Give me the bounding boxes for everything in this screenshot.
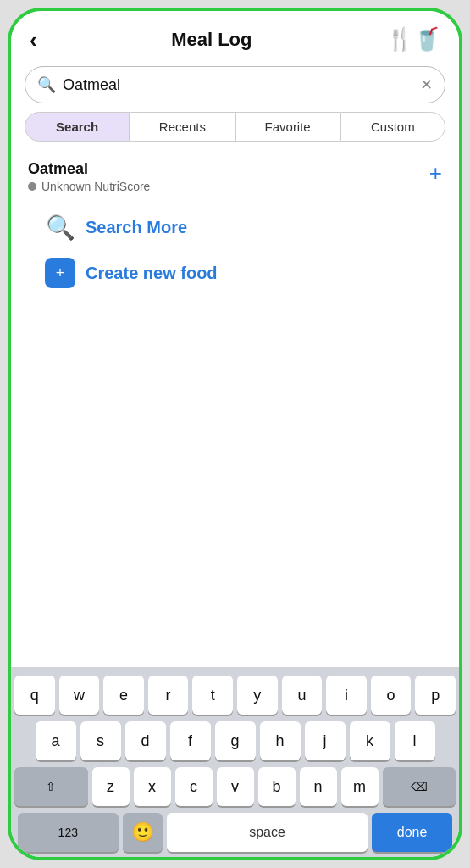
tab-favorite[interactable]: Favorite	[235, 112, 340, 142]
create-food-label: Create new food	[86, 264, 218, 283]
result-info: Oatmeal Unknown NutriScore	[28, 160, 150, 193]
key-n[interactable]: n	[300, 767, 337, 806]
phone-frame: ‹ Meal Log 🍴🥤 🔍 Oatmeal ✕ Search Recents…	[8, 8, 462, 860]
result-name: Oatmeal	[28, 160, 150, 178]
key-p[interactable]: p	[415, 676, 456, 715]
tab-search[interactable]: Search	[25, 112, 130, 142]
key-l[interactable]: l	[395, 721, 435, 760]
key-h[interactable]: h	[260, 721, 301, 760]
keyboard-row-1: q w e r t y u i o p	[14, 676, 456, 715]
result-nutriscore: Unknown NutriScore	[28, 180, 150, 193]
key-y[interactable]: y	[237, 676, 278, 715]
result-item: Oatmeal Unknown NutriScore +	[28, 160, 442, 193]
keyboard-row-2: a s d f g h j k l	[14, 721, 456, 760]
tab-custom[interactable]: Custom	[340, 112, 445, 142]
key-m[interactable]: m	[341, 767, 379, 806]
key-u[interactable]: u	[282, 676, 323, 715]
search-input[interactable]: Oatmeal	[63, 76, 413, 94]
key-a[interactable]: a	[36, 721, 76, 760]
tab-bar: Search Recents Favorite Custom	[11, 112, 459, 153]
key-t[interactable]: t	[192, 676, 233, 715]
key-x[interactable]: x	[134, 767, 171, 806]
key-k[interactable]: k	[350, 721, 390, 760]
key-w[interactable]: w	[59, 676, 100, 715]
key-q[interactable]: q	[14, 676, 55, 715]
result-row: Oatmeal Unknown NutriScore +	[28, 160, 442, 193]
action-links: 🔍 Search More + Create new food	[28, 198, 442, 288]
key-shift[interactable]: ⇧	[14, 767, 88, 806]
search-bar-wrapper: 🔍 Oatmeal ✕	[11, 63, 459, 112]
add-result-button[interactable]: +	[429, 162, 442, 184]
clear-button[interactable]: ✕	[420, 75, 433, 94]
key-o[interactable]: o	[371, 676, 412, 715]
nutriscore-label: Unknown NutriScore	[41, 180, 150, 193]
header: ‹ Meal Log 🍴🥤	[11, 11, 459, 63]
search-more-link[interactable]: 🔍 Search More	[45, 212, 425, 242]
nutriscore-dot	[28, 182, 36, 191]
key-done[interactable]: done	[372, 813, 452, 852]
back-button[interactable]: ‹	[30, 29, 37, 51]
key-z[interactable]: z	[92, 767, 130, 806]
key-c[interactable]: c	[175, 767, 213, 806]
search-bar[interactable]: 🔍 Oatmeal ✕	[25, 66, 445, 103]
keyboard-row-3: ⇧ z x c v b n m ⌫	[14, 767, 456, 806]
keyboard-bottom-row: 123 🙂 space done	[14, 813, 456, 852]
meal-log-icon[interactable]: 🍴🥤	[386, 26, 440, 53]
keyboard: q w e r t y u i o p a s d f g h j k l ⇧ …	[11, 667, 459, 857]
key-s[interactable]: s	[80, 721, 121, 760]
search-more-label: Search More	[86, 218, 187, 237]
key-delete[interactable]: ⌫	[383, 767, 456, 806]
key-emoji[interactable]: 🙂	[123, 813, 163, 852]
search-icon: 🔍	[37, 75, 56, 94]
plus-icon: +	[45, 258, 75, 288]
create-food-link[interactable]: + Create new food	[45, 258, 425, 288]
globe-icon: 🔍	[45, 212, 75, 242]
tab-recents[interactable]: Recents	[130, 112, 235, 142]
key-i[interactable]: i	[326, 676, 367, 715]
key-space[interactable]: space	[167, 813, 368, 852]
key-b[interactable]: b	[258, 767, 296, 806]
page-title: Meal Log	[171, 29, 252, 51]
key-v[interactable]: v	[217, 767, 254, 806]
key-d[interactable]: d	[125, 721, 166, 760]
key-123[interactable]: 123	[18, 813, 119, 852]
results-section: Oatmeal Unknown NutriScore + 🔍 Search Mo…	[11, 153, 459, 667]
key-j[interactable]: j	[305, 721, 346, 760]
key-r[interactable]: r	[148, 676, 189, 715]
key-f[interactable]: f	[170, 721, 211, 760]
key-g[interactable]: g	[215, 721, 256, 760]
key-e[interactable]: e	[103, 676, 144, 715]
